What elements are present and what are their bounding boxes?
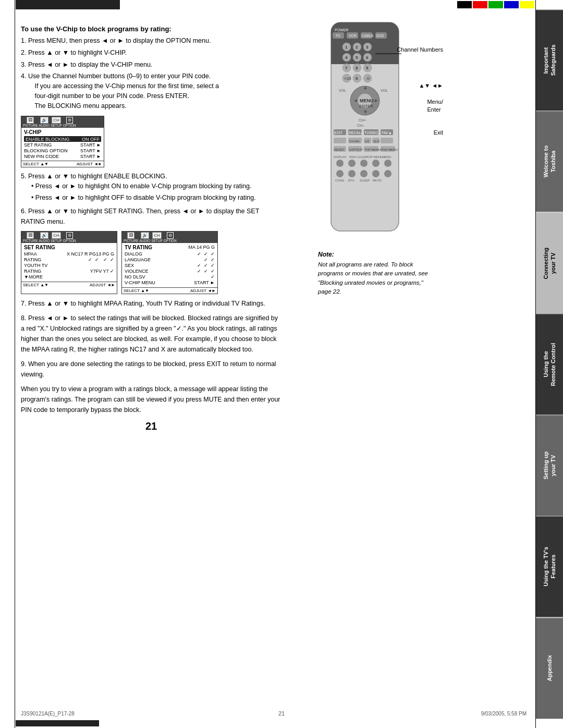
svg-point-79: [372, 160, 380, 167]
step-2: 2. Press ▲ or ▼ to highlight V-CHIP.: [21, 48, 282, 58]
svg-point-78: [360, 160, 368, 167]
svg-text:◄: ◄: [353, 98, 358, 103]
nav-arrows-label: ▲▼ ◄►: [419, 82, 443, 89]
svg-text:CABLE: CABLE: [362, 34, 374, 38]
svg-text:DVD: DVD: [376, 34, 384, 38]
tab-tv-features[interactable]: Using the TV'sFeatures: [536, 516, 563, 617]
final-paragraph: When you try to view a program with a ra…: [21, 384, 282, 415]
tab-important-safeguards[interactable]: ImportantSafeguards: [536, 9, 563, 111]
menu-blocking-body: V-CHIP ENABLE BLOCKINGON OFF SET RATINGS…: [21, 128, 104, 161]
svg-text:9: 9: [366, 66, 369, 70]
tab-appendix[interactable]: Appendix: [536, 617, 563, 719]
main-content: To use the V-Chip to block programs by r…: [0, 9, 536, 719]
step8: 8. Press ◄ or ► to select the ratings th…: [21, 313, 282, 355]
step7: 7. Press ▲ or ▼ to highlight MPAA Rating…: [21, 298, 282, 309]
svg-text:►: ►: [374, 98, 379, 103]
svg-point-82: [348, 170, 356, 177]
footer-left: J3S90121A(E)_P17-28: [21, 711, 75, 717]
tab-welcome-toshiba[interactable]: Welcome toToshiba: [536, 111, 563, 212]
svg-text:CAPTEXT: CAPTEXT: [349, 148, 363, 151]
footer-page-center: 21: [278, 710, 285, 717]
svg-point-83: [360, 170, 368, 177]
svg-text:MENU: MENU: [360, 98, 374, 103]
color-block-blue: [504, 1, 519, 8]
step-3: 3. Press ◄ or ► to display the V-CHIP me…: [21, 60, 282, 70]
svg-text:RESET: RESET: [334, 148, 345, 151]
menu-set-rating-header: 🖼 PICTURE 🔊 AUDIO CH SETUP ⚙ OPTION: [21, 232, 117, 243]
menu-blocking-header: 🖼 PICTURE 🔊 AUDIO CH SETUP ⚙ OPTION: [21, 116, 104, 128]
note-title: Note:: [318, 251, 433, 258]
svg-text:VOL: VOL: [381, 89, 388, 92]
svg-point-85: [384, 170, 391, 177]
svg-text:8: 8: [356, 66, 358, 70]
menu-enter-label: Menu/Enter: [427, 98, 443, 114]
color-block-black: [457, 1, 472, 8]
svg-text:DISPLAY: DISPLAY: [334, 155, 347, 159]
svg-text:TOP MENU: TOP MENU: [366, 155, 383, 159]
svg-text:7: 7: [345, 66, 348, 70]
svg-text:ENTER: ENTER: [359, 104, 373, 108]
step5-bullet-2: Press ◄ or ► to highlight OFF to disable…: [31, 193, 282, 203]
svg-text:CH.RN: CH.RN: [349, 140, 359, 143]
svg-text:5: 5: [356, 55, 358, 60]
svg-point-76: [336, 160, 344, 167]
svg-text:MUTE: MUTE: [373, 179, 382, 182]
top-bar-left-block: [16, 0, 120, 9]
svg-text:TOP MENU: TOP MENU: [364, 148, 381, 151]
color-block-green: [488, 1, 503, 8]
svg-text:1/2: 1/2: [365, 140, 370, 143]
svg-text:TVIDEO: TVIDEO: [364, 131, 378, 135]
svg-text:VCR: VCR: [349, 34, 357, 38]
svg-text:1: 1: [345, 45, 348, 50]
menu-blocking-footer: SELECT ▲▼ADJUST ◄►: [21, 161, 104, 167]
main-heading: To use the V-Chip to block programs by r…: [21, 25, 282, 33]
svg-text:3: 3: [366, 45, 369, 50]
channel-numbers-line: [375, 48, 407, 59]
step9: 9. When you are done selecting the ratin…: [21, 359, 282, 380]
menu-tab-setup: CH SETUP: [51, 117, 62, 127]
menu-tv-rating-box: 🖼 PICTURE 🔊 AUDIO CH SETUP ⚙ OPTION: [121, 231, 218, 294]
menu-tab-option: ⚙ OPTION: [63, 117, 76, 127]
svg-text:6: 6: [366, 55, 369, 60]
menu-row-blocking-option: BLOCKING OPTIONSTART ►: [24, 148, 101, 153]
footer-date: 9/03/2005, 5:58 PM: [481, 711, 527, 717]
svg-text:CODE: CODE: [335, 179, 344, 182]
tab-remote-control[interactable]: Using theRemote Control: [536, 313, 563, 415]
steps-list: 1. Press MENU, then press ◄ or ► to disp…: [21, 36, 282, 111]
page-number: 21: [21, 420, 282, 432]
menu-tab-picture: 🖼 PICTURE: [23, 117, 38, 127]
svg-text:▼: ▼: [363, 109, 368, 115]
bottom-bar: [0, 719, 563, 728]
set-rating-menus-row: 🖼 PICTURE 🔊 AUDIO CH SETUP ⚙ OPTION: [21, 231, 282, 294]
left-column: To use the V-Chip to block programs by r…: [0, 9, 292, 719]
svg-text:RECALL: RECALL: [349, 131, 363, 135]
svg-point-80: [384, 160, 391, 167]
menu-set-rating-body: SET RATING MPAA X NC17 R PG13 PG G RATIN…: [21, 243, 117, 282]
exit-label: Exit: [434, 129, 443, 136]
menu-blocking-title: V-CHIP: [24, 129, 101, 135]
svg-text:CH–: CH–: [357, 124, 364, 127]
tv-rating-title-row: TV RATING MA 14 PG G: [125, 245, 215, 250]
note-section: Note: Not all programs are rated. To blo…: [313, 251, 438, 296]
svg-rect-56: [334, 138, 346, 143]
svg-text:▲: ▲: [363, 84, 368, 90]
tab-setting-up[interactable]: Setting upyour TV: [536, 415, 563, 516]
color-block-yellow: [520, 1, 534, 8]
svg-text:SLEEP: SLEEP: [360, 179, 370, 182]
step6: 6. Press ▲ or ▼ to highlight SET RATING.…: [21, 206, 282, 227]
bottom-bar-left-block: [16, 720, 99, 726]
right-column: POWER TV VCR CABLE DVD 1 2 3 4: [292, 9, 459, 719]
svg-text:4: 4: [345, 55, 348, 60]
step5-bullets: Press ◄ or ► to highlight ON to enable V…: [31, 181, 282, 203]
right-tabs: ImportantSafeguards Welcome toToshiba Co…: [536, 9, 563, 719]
top-bar-right-colors: [457, 1, 534, 8]
step5-bullet-1: Press ◄ or ► to highlight ON to enable V…: [31, 181, 282, 191]
menu-row-set-rating: SET RATINGSTART ►: [24, 142, 101, 148]
svg-text:VOL: VOL: [339, 89, 346, 92]
step-1: 1. Press MENU, then press ◄ or ► to disp…: [21, 36, 282, 46]
step-4: 4. Use the Channel Number buttons (0–9) …: [21, 71, 282, 111]
svg-point-81: [336, 170, 344, 177]
step5-main: 5. Press ▲ or ▼ to highlight ENABLE BLOC…: [21, 173, 282, 180]
tab-connecting-tv[interactable]: Connectingyour TV: [536, 212, 563, 313]
menu-row-enable-blocking: ENABLE BLOCKINGON OFF: [24, 136, 101, 142]
